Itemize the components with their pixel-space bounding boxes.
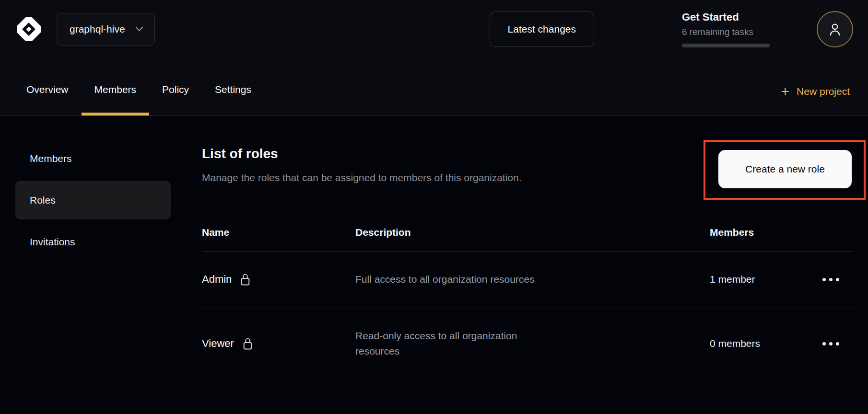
get-started-subtitle: 6 remaining tasks <box>682 27 770 37</box>
role-actions-cell <box>808 274 854 285</box>
get-started-title: Get Started <box>682 11 770 23</box>
sidebar-item-invitations[interactable]: Invitations <box>15 222 171 261</box>
get-started-progress-bar <box>682 44 770 47</box>
role-name-cell: Admin <box>202 273 355 286</box>
lock-icon <box>242 337 254 350</box>
ellipsis-icon <box>822 342 826 345</box>
role-members-cell: 0 members <box>710 338 808 349</box>
user-avatar-button[interactable] <box>817 11 853 47</box>
roles-header: List of roles Manage the roles that can … <box>202 146 854 200</box>
role-description: Read-only access to all organization res… <box>355 328 562 359</box>
sidebar-item-roles[interactable]: Roles <box>15 181 171 219</box>
role-actions-cell <box>808 338 854 349</box>
user-icon <box>827 21 843 37</box>
row-menu-button[interactable] <box>819 274 843 285</box>
lock-icon <box>239 273 251 286</box>
roles-table-header: Name Description Members <box>202 218 854 252</box>
tab-overview[interactable]: Overview <box>13 84 82 115</box>
ellipsis-icon <box>822 278 826 281</box>
content-area: Members Roles Invitations List of roles … <box>0 116 868 414</box>
annotation-highlight: Create a new role <box>704 140 866 200</box>
sidebar-item-members[interactable]: Members <box>15 139 171 178</box>
role-name: Viewer <box>202 337 234 350</box>
plus-icon: + <box>781 87 790 96</box>
column-header-members: Members <box>710 227 808 238</box>
org-name: graphql-hive <box>70 23 125 35</box>
org-tab-bar: Overview Members Policy Settings + New p… <box>0 58 868 116</box>
table-row-viewer: Viewer Read-only access to all organizat… <box>202 308 854 380</box>
role-name: Admin <box>202 273 232 286</box>
new-project-button[interactable]: + New project <box>773 86 858 115</box>
get-started-widget[interactable]: Get Started 6 remaining tasks <box>682 11 770 47</box>
latest-changes-button[interactable]: Latest changes <box>490 12 594 47</box>
column-header-name: Name <box>202 227 355 238</box>
role-description-cell: Full access to all organization resource… <box>355 272 710 288</box>
members-sidebar: Members Roles Invitations <box>15 129 171 264</box>
tab-members[interactable]: Members <box>82 84 150 115</box>
row-menu-button[interactable] <box>819 338 843 349</box>
role-members-cell: 1 member <box>710 274 808 285</box>
tab-settings[interactable]: Settings <box>202 84 264 115</box>
roles-header-text: List of roles Manage the roles that can … <box>202 146 522 184</box>
table-row-admin: Admin Full access to all organization re… <box>202 252 854 308</box>
top-bar: graphql-hive Latest changes Get Started … <box>0 0 868 58</box>
create-role-button[interactable]: Create a new role <box>718 150 852 188</box>
org-selector-button[interactable]: graphql-hive <box>57 13 155 46</box>
tab-policy[interactable]: Policy <box>149 84 202 115</box>
roles-table: Name Description Members Admin <box>202 218 854 380</box>
role-description: Full access to all organization resource… <box>355 272 562 288</box>
role-name-cell: Viewer <box>202 337 355 350</box>
page-title: List of roles <box>202 146 522 161</box>
new-project-label: New project <box>797 86 850 97</box>
roles-panel: List of roles Manage the roles that can … <box>202 129 854 380</box>
app-root: graphql-hive Latest changes Get Started … <box>0 0 868 414</box>
page-subtitle: Manage the roles that can be assigned to… <box>202 172 522 184</box>
column-header-description: Description <box>355 227 710 238</box>
chevron-down-icon <box>135 23 143 31</box>
hive-logo-icon[interactable] <box>15 16 42 43</box>
role-description-cell: Read-only access to all organization res… <box>355 328 710 359</box>
